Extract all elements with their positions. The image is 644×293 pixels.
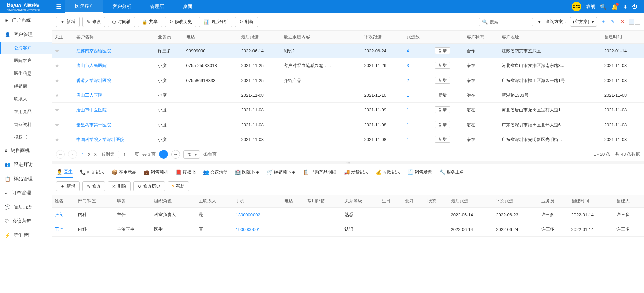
add-followup-button[interactable]: 新增 <box>435 77 450 84</box>
page-number[interactable]: 2 <box>87 152 92 157</box>
toolbar-button[interactable]: ↻刷新 <box>235 17 258 27</box>
download-icon[interactable]: ⬇ <box>623 4 627 10</box>
column-header[interactable]: 下次跟进 <box>362 31 404 44</box>
sidebar-sub-item[interactable]: 医院客户 <box>0 54 52 67</box>
add-followup-button[interactable]: 新增 <box>435 62 450 69</box>
column-header[interactable]: 组织角色 <box>151 195 196 208</box>
customer-link[interactable]: 中国科学院大学深圳医院 <box>76 137 124 142</box>
delete-scheme-icon[interactable]: ✕ <box>619 18 626 26</box>
sub-tab[interactable]: 🔧服务工单 <box>439 167 465 178</box>
mobile-link[interactable]: 1300000002 <box>236 212 260 217</box>
customer-link[interactable]: 香港大学深圳医院 <box>76 78 111 83</box>
add-followup-button[interactable]: 新增 <box>435 136 450 143</box>
page-last-icon[interactable]: ⇥ <box>171 150 180 159</box>
query-scheme-select[interactable]: (空方案)▾ <box>570 17 597 27</box>
sidebar-item[interactable]: ⚡竞争管理 <box>0 228 52 242</box>
table-row[interactable]: ★中国科学院大学深圳医院小度2021-11-082021-11-081新增潜在广… <box>52 132 644 147</box>
goto-input[interactable] <box>118 151 131 158</box>
table-row[interactable]: ★香港大学深圳医院小度0755869133332021-11-25介绍产品2新增… <box>52 73 644 88</box>
column-header[interactable]: 部门/科室 <box>75 195 114 208</box>
toolbar-button[interactable]: 📊图形分析 <box>199 17 232 27</box>
star-icon[interactable]: ★ <box>55 137 59 142</box>
sub-toolbar-button[interactable]: ✎修改 <box>82 181 105 191</box>
toolbar-button[interactable]: ＋新增 <box>56 17 80 27</box>
star-icon[interactable]: ★ <box>55 92 59 98</box>
top-nav-item[interactable]: 客户分析 <box>103 0 141 13</box>
column-header[interactable]: 最近跟进内容 <box>281 31 362 44</box>
sub-tab[interactable]: 💰收款记录 <box>375 167 401 178</box>
top-nav-item[interactable]: 医院客户 <box>65 0 103 13</box>
column-header[interactable]: 最后跟进 <box>238 31 281 44</box>
page-prev-icon[interactable]: ‹ <box>68 150 77 159</box>
sidebar-sub-item[interactable]: 在用竞品 <box>0 105 52 118</box>
filter-icon[interactable]: ▼ <box>536 18 543 26</box>
mobile-link[interactable]: 1900000001 <box>236 227 260 232</box>
sub-tab[interactable]: 🏥医院下单 <box>234 167 260 178</box>
toolbar-button[interactable]: 🔒共享 <box>138 17 162 27</box>
column-header[interactable] <box>432 31 464 44</box>
page-number[interactable]: 3 <box>93 152 98 157</box>
search-icon[interactable]: 🔍 <box>600 4 607 10</box>
table-row[interactable]: 张良内科主任科室负责人是1300000002熟悉2022-06-142022-0… <box>52 208 644 222</box>
sidebar-item[interactable]: ¥销售商机 <box>0 144 52 158</box>
column-header[interactable]: 电话 <box>282 195 305 208</box>
sidebar-sub-item[interactable]: 医生信息 <box>0 67 52 80</box>
column-header[interactable]: 跟进数 <box>404 31 432 44</box>
customer-link[interactable]: 唐山工人医院 <box>76 93 102 98</box>
sub-tab[interactable]: 🛒经销商下单 <box>266 167 296 178</box>
star-icon[interactable]: ★ <box>55 48 59 54</box>
customer-link[interactable]: 唐山市人民医院 <box>76 63 107 68</box>
add-followup-button[interactable]: 新增 <box>435 47 450 54</box>
column-header[interactable]: 姓名 <box>52 195 75 208</box>
sidebar-item[interactable]: ⊞门户系统 <box>0 13 52 28</box>
sub-tab[interactable]: 🧾销售发票 <box>407 167 433 178</box>
sidebar-sub-item[interactable]: 联系人 <box>0 93 52 105</box>
column-header[interactable]: 状态 <box>425 195 448 208</box>
sidebar-sub-item[interactable]: 公海客户 <box>0 42 52 54</box>
column-header[interactable]: 爱好 <box>402 195 425 208</box>
column-header[interactable]: 客户状态 <box>464 31 499 44</box>
column-header[interactable]: 常用邮箱 <box>305 195 342 208</box>
table-row[interactable]: 王七内科主治医生医生否1900000001认识2022-06-142022-06… <box>52 222 644 237</box>
bell-icon[interactable]: 🔔 <box>611 4 618 10</box>
column-header[interactable]: 生日 <box>379 195 402 208</box>
page-size-select[interactable]: 20▾ <box>183 150 200 159</box>
sub-toolbar-button[interactable]: ?帮助 <box>168 181 189 191</box>
table-row[interactable]: ★唐山市中医医院小度2021-11-082021-11-091新增潜在河北省唐山… <box>52 103 644 117</box>
view-mode[interactable] <box>629 19 640 25</box>
column-header[interactable]: 最后跟进 <box>448 195 494 208</box>
star-icon[interactable]: ★ <box>55 63 59 68</box>
menu-toggle-icon[interactable]: ☰ <box>52 3 65 10</box>
column-header[interactable]: 职务 <box>114 195 151 208</box>
avatar[interactable]: CEO <box>572 2 581 11</box>
sidebar-sub-item[interactable]: 首营资料 <box>0 118 52 131</box>
page-number[interactable]: 1 <box>80 152 85 157</box>
column-header[interactable]: 创建时间 <box>602 31 644 44</box>
sub-tab[interactable]: 👨‍⚕️医生 <box>56 167 73 178</box>
column-header[interactable]: 关注 <box>52 31 74 44</box>
count-link[interactable]: 1 <box>407 122 409 127</box>
top-nav-item[interactable]: 桌面 <box>174 0 202 13</box>
doctor-link[interactable]: 王七 <box>55 227 63 232</box>
column-header[interactable]: 下次跟进 <box>493 195 539 208</box>
sub-toolbar-button[interactable]: ✕删除 <box>108 181 131 191</box>
sidebar-item[interactable]: ✓订单管理 <box>0 186 52 200</box>
add-followup-button[interactable]: 新增 <box>435 92 450 98</box>
column-header[interactable]: 主联系人 <box>196 195 233 208</box>
sub-tab[interactable]: 🚚发货记录 <box>343 167 369 178</box>
count-link[interactable]: 4 <box>407 48 409 53</box>
count-link[interactable]: 1 <box>407 107 409 112</box>
toolbar-button[interactable]: ✎修改 <box>82 17 105 27</box>
column-header[interactable]: 手机 <box>233 195 281 208</box>
star-icon[interactable]: ★ <box>55 107 59 113</box>
sub-tab[interactable]: 👥会议活动 <box>202 167 228 178</box>
column-header[interactable]: 业务员 <box>539 195 569 208</box>
column-header[interactable]: 关系等级 <box>342 195 379 208</box>
sub-toolbar-button[interactable]: ＋新增 <box>56 181 80 191</box>
table-row[interactable]: ★唐山工人医院小度2021-11-082021-11-101新增潜在新湖路133… <box>52 88 644 103</box>
column-header[interactable]: 客户地址 <box>499 31 602 44</box>
column-header[interactable]: 电话 <box>184 31 239 44</box>
toolbar-button[interactable]: ↻修改历史 <box>165 17 196 27</box>
sidebar-sub-item[interactable]: 授权书 <box>0 131 52 144</box>
sub-tab[interactable]: 📕授权书 <box>175 167 196 178</box>
